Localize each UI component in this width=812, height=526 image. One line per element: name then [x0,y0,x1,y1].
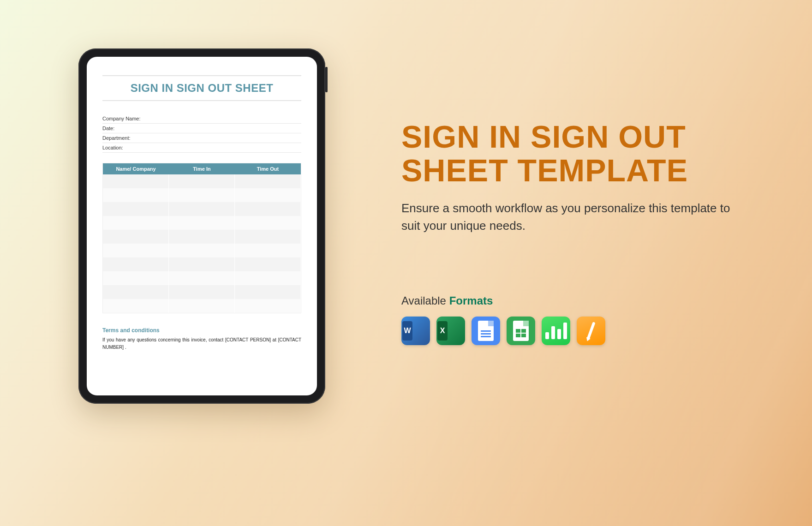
meta-label-department: Department: [102,135,146,141]
sign-in-table: Name/ Company Time In Time Out [102,163,301,313]
document-preview: SIGN IN SIGN OUT SHEET Company Name: Dat… [87,57,317,395]
table-row [103,285,301,299]
table-row [103,230,301,244]
meta-label-date: Date: [102,126,146,131]
table-row [103,216,301,230]
google-docs-icon[interactable] [472,317,500,345]
icon-letter: X [437,321,448,341]
terms-body: If you have any questions concerning thi… [102,336,301,351]
page-description: Ensure a smooth workflow as you personal… [401,200,752,234]
table-row [103,299,301,313]
excel-icon[interactable]: X [436,317,465,345]
meta-label-location: Location: [102,145,146,150]
meta-label-company: Company Name: [102,116,146,121]
apple-numbers-icon[interactable] [542,317,570,345]
table-row [103,257,301,271]
document-meta: Company Name: Date: Department: Location… [102,114,301,153]
word-icon[interactable]: W [401,317,430,345]
formats-label-emphasis: Formats [449,294,493,307]
table-row [103,244,301,257]
table-row [103,174,301,188]
table-row [103,202,301,216]
promo-panel: SIGN IN SIGN OUT SHEET TEMPLATE Ensure a… [401,120,752,345]
column-header-time-in: Time In [169,163,235,174]
page-title: SIGN IN SIGN OUT SHEET TEMPLATE [401,120,752,188]
document-title: SIGN IN SIGN OUT SHEET [102,75,301,101]
terms-heading: Terms and conditions [102,327,301,334]
formats-label: Available Formats [401,294,752,307]
tablet-power-button [325,67,328,92]
table-row [103,188,301,202]
column-header-time-out: Time Out [235,163,301,174]
formats-label-text: Available [401,294,449,307]
column-header-name: Name/ Company [103,163,169,174]
apple-pages-icon[interactable] [577,317,605,345]
format-icons-row: W X [401,317,752,345]
google-sheets-icon[interactable] [507,317,535,345]
table-row [103,271,301,285]
tablet-mockup: SIGN IN SIGN OUT SHEET Company Name: Dat… [78,48,325,404]
icon-letter: W [402,321,412,341]
